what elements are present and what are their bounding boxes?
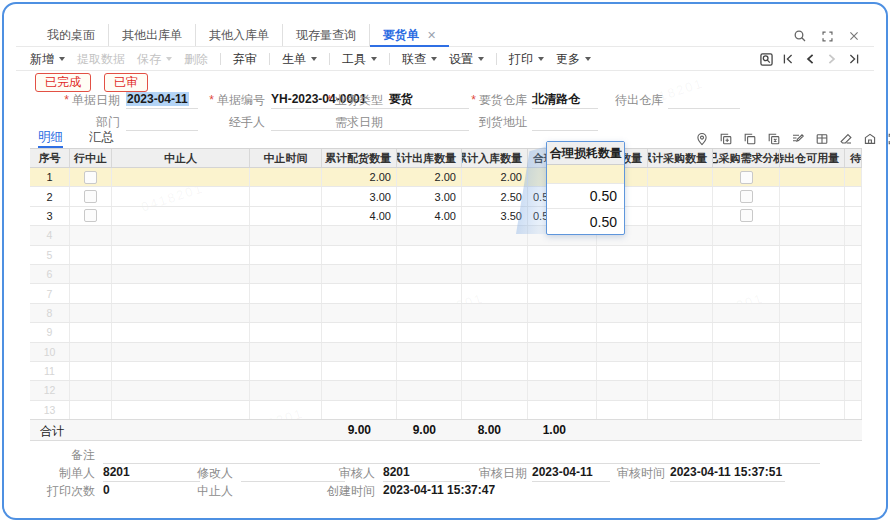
audit_time-field[interactable]: 2023-04-11 15:37:51 — [670, 464, 785, 482]
prev-record-icon[interactable] — [802, 51, 818, 67]
cell-cut[interactable] — [845, 284, 862, 302]
cell-qty_out[interactable]: 3.00 — [397, 187, 462, 205]
cell-qty_short[interactable] — [597, 343, 648, 361]
cell-avail_out[interactable] — [780, 381, 845, 399]
cell-qty_in[interactable]: 2.00 — [462, 168, 528, 186]
cell-cut[interactable] — [845, 343, 862, 361]
cell-halt[interactable] — [70, 343, 112, 361]
tab-goods-request[interactable]: 要货单✕ — [369, 24, 449, 46]
cell-qty_out[interactable] — [397, 246, 462, 264]
cell-qty_loss[interactable] — [528, 362, 597, 380]
cell-halt_time[interactable] — [250, 187, 322, 205]
cell-qty_short[interactable] — [597, 323, 648, 341]
cell-qty_short[interactable] — [597, 401, 648, 419]
cell-qty_in[interactable] — [462, 343, 528, 361]
copy-icon[interactable] — [742, 131, 758, 147]
cell-qty_in[interactable] — [462, 304, 528, 322]
cell-qty_in[interactable] — [462, 362, 528, 380]
tab-other-inbound[interactable]: 其他入库单 — [195, 24, 282, 46]
cell-qty_short[interactable] — [597, 284, 648, 302]
remark-field[interactable] — [103, 446, 820, 464]
location-pin-icon[interactable] — [694, 131, 710, 147]
cell-purch_analysis[interactable] — [713, 226, 780, 244]
cell-qty_loss[interactable] — [528, 343, 597, 361]
cell-qty_out[interactable]: 2.00 — [397, 168, 462, 186]
cell-cut[interactable] — [845, 168, 862, 186]
cell-halt_time[interactable] — [250, 381, 322, 399]
cell-qty_alloc[interactable] — [322, 246, 397, 264]
cell-halt_person[interactable] — [112, 381, 250, 399]
cell-halt[interactable] — [70, 246, 112, 264]
cell-purch_analysis[interactable] — [713, 401, 780, 419]
cell-halt_time[interactable] — [250, 284, 322, 302]
cell-qty_alloc[interactable] — [322, 362, 397, 380]
cell-cut[interactable] — [845, 265, 862, 283]
cell-halt[interactable] — [70, 323, 112, 341]
cell-qty_out[interactable] — [397, 381, 462, 399]
cell-qty_purch[interactable] — [648, 304, 713, 322]
cell-qty_purch[interactable] — [648, 168, 713, 186]
locate-document-icon[interactable] — [758, 51, 774, 67]
cell-purch_analysis[interactable] — [713, 304, 780, 322]
cell-qty_short[interactable] — [597, 381, 648, 399]
cell-halt_time[interactable] — [250, 168, 322, 186]
detail-tab-detail[interactable]: 明细 — [38, 129, 63, 148]
detail-tab-summary[interactable]: 汇总 — [89, 129, 114, 148]
cell-qty_purch[interactable] — [648, 207, 713, 225]
settings-button[interactable]: 设置 — [449, 51, 484, 68]
cell-qty_purch[interactable] — [648, 265, 713, 283]
cell-qty_loss[interactable] — [528, 304, 597, 322]
cell-purch_analysis[interactable] — [713, 284, 780, 302]
cell-qty_in[interactable] — [462, 381, 528, 399]
first-record-icon[interactable] — [780, 51, 796, 67]
cell-halt_time[interactable] — [250, 246, 322, 264]
cell-qty_in[interactable] — [462, 284, 528, 302]
cell-purch_analysis[interactable] — [713, 168, 780, 186]
cell-qty_alloc[interactable] — [322, 323, 397, 341]
generate-button[interactable]: 生单 — [282, 51, 317, 68]
cell-qty_alloc[interactable] — [322, 343, 397, 361]
cell-halt_time[interactable] — [250, 207, 322, 225]
cell-halt[interactable] — [70, 226, 112, 244]
cell-halt_time[interactable] — [250, 226, 322, 244]
cell-cut[interactable] — [845, 401, 862, 419]
cell-halt_time[interactable] — [250, 265, 322, 283]
cell-halt_person[interactable] — [112, 265, 250, 283]
cell-cut[interactable] — [845, 323, 862, 341]
copy-insert-icon[interactable] — [718, 131, 734, 147]
cell-purch_analysis[interactable] — [713, 381, 780, 399]
cell-qty_out[interactable]: 4.00 — [397, 207, 462, 225]
cell-avail_out[interactable] — [780, 343, 845, 361]
halt-checkbox[interactable] — [84, 190, 97, 203]
more-button[interactable]: 更多 — [556, 51, 591, 68]
cell-avail_out[interactable] — [780, 226, 845, 244]
cell-qty_purch[interactable] — [648, 246, 713, 264]
cell-halt_time[interactable] — [250, 343, 322, 361]
cell-avail_out[interactable] — [780, 246, 845, 264]
cell-qty_purch[interactable] — [648, 401, 713, 419]
cell-avail_out[interactable] — [780, 265, 845, 283]
print-button[interactable]: 打印 — [509, 51, 544, 68]
grid-layout-icon[interactable] — [814, 131, 830, 147]
cell-halt_person[interactable] — [112, 246, 250, 264]
linked-query-button[interactable]: 联查 — [402, 51, 437, 68]
cell-qty_alloc[interactable]: 2.00 — [322, 168, 397, 186]
cell-qty_loss[interactable] — [528, 284, 597, 302]
cell-qty_out[interactable] — [397, 304, 462, 322]
cell-avail_out[interactable] — [780, 323, 845, 341]
cell-halt_time[interactable] — [250, 323, 322, 341]
out_warehouse-field[interactable] — [668, 91, 740, 109]
cell-cut[interactable] — [845, 187, 862, 205]
cell-halt_person[interactable] — [112, 323, 250, 341]
cell-cut[interactable] — [845, 304, 862, 322]
next-record-icon[interactable] — [824, 51, 840, 67]
cell-qty_alloc[interactable] — [322, 226, 397, 244]
cell-halt[interactable] — [70, 381, 112, 399]
cell-halt[interactable] — [70, 304, 112, 322]
fullscreen-icon[interactable] — [886, 131, 890, 147]
tab-other-outbound[interactable]: 其他出库单 — [108, 24, 195, 46]
cell-qty_purch[interactable] — [648, 226, 713, 244]
cell-purch_analysis[interactable] — [713, 323, 780, 341]
cell-qty_loss[interactable] — [528, 265, 597, 283]
cell-purch_analysis[interactable] — [713, 246, 780, 264]
